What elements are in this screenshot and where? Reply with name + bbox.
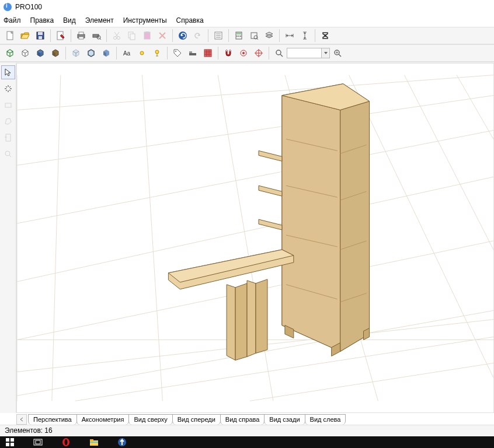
menu-help[interactable]: Справка bbox=[176, 16, 204, 24]
print-preview-button[interactable] bbox=[89, 29, 103, 43]
svg-rect-7 bbox=[79, 37, 84, 39]
zoom-dropdown[interactable] bbox=[322, 48, 330, 58]
transparent-button[interactable] bbox=[69, 46, 83, 60]
start-button[interactable] bbox=[1, 436, 19, 448]
tab-axonometry[interactable]: Аксонометрия bbox=[76, 414, 130, 425]
tab-front[interactable]: Вид спереди bbox=[172, 414, 221, 425]
paste-button[interactable] bbox=[140, 29, 154, 43]
tab-left[interactable]: Вид слева bbox=[305, 414, 346, 425]
svg-point-138 bbox=[5, 151, 10, 156]
taskbar bbox=[0, 436, 494, 448]
redo-button[interactable] bbox=[191, 29, 205, 43]
side-zoom-button[interactable] bbox=[1, 147, 15, 161]
svg-rect-175 bbox=[90, 439, 93, 441]
menu-tools[interactable]: Инструменты bbox=[123, 16, 167, 24]
app-title: PRO100 bbox=[15, 3, 42, 11]
text-label-button[interactable]: Aa bbox=[120, 46, 134, 60]
svg-rect-174 bbox=[90, 440, 98, 446]
target-1-button[interactable] bbox=[236, 46, 251, 60]
solid-edges-button[interactable] bbox=[84, 46, 98, 60]
svg-point-55 bbox=[242, 52, 245, 54]
copy-button[interactable] bbox=[125, 29, 139, 43]
menu-view[interactable]: Вид bbox=[63, 16, 76, 24]
svg-line-143 bbox=[75, 337, 493, 401]
svg-line-131 bbox=[6, 86, 7, 88]
svg-rect-167 bbox=[11, 438, 14, 442]
toolbar-row-1 bbox=[0, 27, 494, 44]
save-button[interactable] bbox=[33, 29, 47, 43]
svg-line-10 bbox=[100, 38, 101, 40]
calc-button[interactable] bbox=[232, 29, 246, 43]
bed-icon-button[interactable] bbox=[186, 46, 200, 60]
target-2-button[interactable] bbox=[252, 46, 266, 60]
side-select-button[interactable] bbox=[1, 65, 15, 79]
svg-line-134 bbox=[6, 90, 7, 91]
work-area bbox=[0, 63, 494, 413]
side-poly-button[interactable] bbox=[1, 114, 15, 128]
zoom-fit-button[interactable] bbox=[247, 29, 261, 43]
wireframe-button[interactable] bbox=[3, 46, 17, 60]
report-button[interactable] bbox=[211, 29, 225, 43]
zoom-button[interactable] bbox=[272, 46, 286, 60]
side-page-button[interactable] bbox=[1, 131, 15, 145]
app-icon bbox=[4, 3, 12, 11]
svg-rect-27 bbox=[236, 33, 241, 34]
hidden-line-button[interactable] bbox=[18, 46, 32, 60]
svg-rect-166 bbox=[6, 438, 9, 442]
svg-line-60 bbox=[280, 54, 283, 57]
text-aa-icon: Aa bbox=[123, 50, 130, 57]
svg-line-151 bbox=[52, 75, 61, 401]
open-button[interactable] bbox=[18, 29, 32, 43]
tag-button[interactable] bbox=[171, 46, 185, 60]
svg-rect-3 bbox=[39, 36, 42, 39]
svg-point-40 bbox=[140, 51, 144, 55]
dim-h-button[interactable] bbox=[283, 29, 297, 43]
svg-point-12 bbox=[117, 37, 120, 40]
tab-perspective[interactable]: Перспектива bbox=[28, 414, 77, 425]
layers-button[interactable] bbox=[262, 29, 276, 43]
taskview-button[interactable] bbox=[29, 436, 47, 448]
tab-top[interactable]: Вид сверху bbox=[128, 414, 172, 425]
print-button[interactable] bbox=[74, 29, 88, 43]
tab-scroll-left[interactable] bbox=[16, 414, 27, 425]
render-button[interactable] bbox=[99, 46, 113, 60]
svg-rect-136 bbox=[6, 134, 11, 141]
grid-button[interactable] bbox=[201, 46, 215, 60]
tab-right[interactable]: Вид справа bbox=[220, 414, 265, 425]
undo-button[interactable] bbox=[176, 29, 190, 43]
svg-rect-135 bbox=[5, 103, 11, 107]
svg-point-59 bbox=[276, 50, 281, 55]
svg-line-132 bbox=[9, 90, 11, 91]
explorer-icon[interactable] bbox=[85, 436, 103, 448]
svg-rect-53 bbox=[229, 50, 231, 51]
new-button[interactable] bbox=[3, 29, 17, 43]
opera-icon[interactable] bbox=[57, 436, 75, 448]
side-rect-button[interactable] bbox=[1, 98, 15, 112]
menu-element[interactable]: Элемент bbox=[85, 16, 114, 24]
properties-button[interactable] bbox=[54, 29, 68, 43]
zoom-input[interactable] bbox=[287, 48, 322, 58]
svg-rect-47 bbox=[204, 50, 211, 57]
menu-file[interactable]: Файл bbox=[4, 16, 21, 24]
light-2-button[interactable] bbox=[150, 46, 164, 60]
textured-button[interactable] bbox=[48, 46, 62, 60]
side-toolbar bbox=[0, 63, 16, 413]
side-light-button[interactable] bbox=[1, 82, 15, 96]
status-elements-count: 16 bbox=[44, 426, 52, 435]
delete-button[interactable] bbox=[155, 29, 169, 43]
tab-back[interactable]: Вид сзади bbox=[264, 414, 305, 425]
svg-line-147 bbox=[17, 96, 493, 166]
sum-button[interactable] bbox=[318, 29, 332, 43]
cut-button[interactable] bbox=[110, 29, 124, 43]
flat-shade-button[interactable] bbox=[33, 46, 47, 60]
light-1-button[interactable] bbox=[135, 46, 149, 60]
dim-v-button[interactable] bbox=[298, 29, 312, 43]
menu-edit[interactable]: Правка bbox=[30, 16, 54, 24]
svg-rect-2 bbox=[38, 32, 43, 35]
zoom-extents-button[interactable] bbox=[331, 46, 345, 60]
pro100-task-icon[interactable] bbox=[113, 436, 131, 448]
magnet-button[interactable] bbox=[221, 46, 235, 60]
svg-rect-169 bbox=[11, 443, 14, 446]
svg-rect-52 bbox=[226, 50, 227, 51]
viewport-3d[interactable] bbox=[16, 63, 494, 413]
